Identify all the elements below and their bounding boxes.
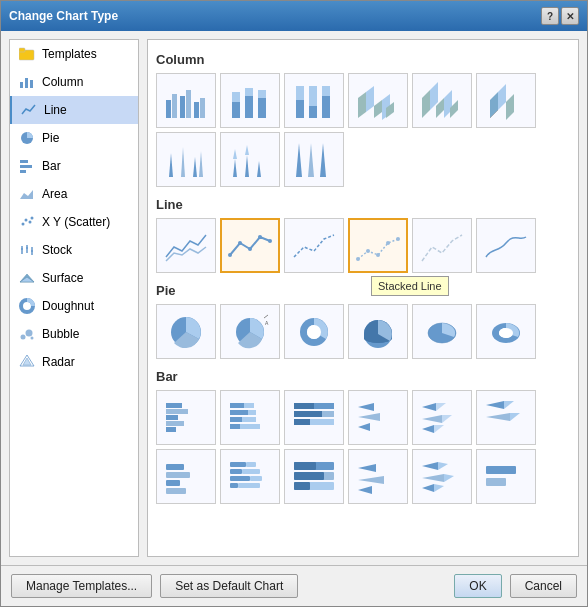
- help-button[interactable]: ?: [541, 7, 559, 25]
- sidebar-item-doughnut[interactable]: Doughnut: [10, 292, 138, 320]
- sidebar-item-radar[interactable]: Radar: [10, 348, 138, 376]
- bar-chart-3[interactable]: [284, 390, 344, 445]
- svg-marker-150: [422, 474, 444, 482]
- svg-point-78: [366, 249, 370, 253]
- bar-chart-7[interactable]: [156, 449, 216, 504]
- cancel-button[interactable]: Cancel: [510, 574, 577, 598]
- column-chart-2[interactable]: [220, 73, 280, 128]
- pie-chart-4[interactable]: [348, 304, 408, 359]
- svg-rect-4: [30, 80, 33, 88]
- bar-label: Bar: [42, 159, 61, 173]
- area-label: Area: [42, 187, 67, 201]
- line-chart-6[interactable]: [476, 218, 536, 273]
- bar-chart-10[interactable]: [348, 449, 408, 504]
- line-chart-4[interactable]: [348, 218, 408, 273]
- bar-chart-9[interactable]: [284, 449, 344, 504]
- svg-rect-36: [245, 96, 253, 118]
- svg-rect-8: [20, 170, 26, 173]
- bubble-label: Bubble: [42, 327, 79, 341]
- svg-rect-137: [230, 483, 238, 488]
- svg-marker-124: [504, 401, 514, 409]
- pie-chart-6[interactable]: [476, 304, 536, 359]
- pie-chart-3[interactable]: [284, 304, 344, 359]
- column-chart-3[interactable]: [284, 73, 344, 128]
- svg-marker-148: [422, 462, 438, 470]
- line-chart-2[interactable]: [220, 218, 280, 273]
- svg-marker-123: [486, 401, 504, 409]
- bar-chart-5[interactable]: [412, 390, 472, 445]
- bar-chart-1[interactable]: [156, 390, 216, 445]
- svg-rect-96: [166, 409, 188, 414]
- manage-templates-button[interactable]: Manage Templates...: [11, 574, 152, 598]
- svg-marker-70: [308, 143, 314, 177]
- column-chart-9[interactable]: [284, 132, 344, 187]
- svg-rect-133: [230, 469, 242, 474]
- sidebar-item-bar[interactable]: Bar: [10, 152, 138, 180]
- sidebar-item-line[interactable]: Line: [10, 96, 138, 124]
- svg-rect-33: [200, 98, 205, 118]
- column-chart-8[interactable]: [220, 132, 280, 187]
- sidebar-item-surface[interactable]: Surface: [10, 264, 138, 292]
- bar-chart-8[interactable]: [220, 449, 280, 504]
- folder-icon: [18, 45, 36, 63]
- sidebar-item-stock[interactable]: Stock: [10, 236, 138, 264]
- bar-chart-12[interactable]: [476, 449, 536, 504]
- svg-marker-152: [422, 484, 434, 492]
- sidebar-item-scatter[interactable]: X Y (Scatter): [10, 208, 138, 236]
- bar-chart-6[interactable]: [476, 390, 536, 445]
- scatter-chart-icon: [18, 213, 36, 231]
- svg-rect-98: [166, 421, 184, 426]
- bar-chart-icon: [18, 157, 36, 175]
- pie-chart-1[interactable]: [156, 304, 216, 359]
- column-section-title: Column: [156, 52, 570, 67]
- svg-rect-28: [166, 100, 171, 118]
- svg-rect-129: [166, 480, 180, 486]
- bar-chart-2[interactable]: [220, 390, 280, 445]
- change-chart-type-dialog: Change Chart Type ? ✕ Templates: [0, 0, 588, 607]
- svg-point-87: [307, 325, 321, 339]
- sidebar-item-templates[interactable]: Templates: [10, 40, 138, 68]
- svg-rect-104: [230, 417, 242, 422]
- line-chart-5[interactable]: [412, 218, 472, 273]
- svg-point-10: [22, 223, 25, 226]
- sidebar-item-area[interactable]: Area: [10, 180, 138, 208]
- sidebar-item-pie[interactable]: Pie: [10, 124, 138, 152]
- svg-marker-149: [438, 462, 448, 470]
- line-chart-3[interactable]: [284, 218, 344, 273]
- svg-rect-111: [294, 403, 314, 409]
- column-chart-6[interactable]: [476, 73, 536, 128]
- column-chart-4[interactable]: [348, 73, 408, 128]
- sidebar-item-bubble[interactable]: Bubble: [10, 320, 138, 348]
- line-chart-1[interactable]: [156, 218, 216, 273]
- pie-chart-5[interactable]: [412, 304, 472, 359]
- svg-rect-100: [230, 403, 244, 408]
- sidebar-item-column[interactable]: Column: [10, 68, 138, 96]
- bar-chart-11[interactable]: [412, 449, 472, 504]
- templates-label: Templates: [42, 47, 97, 61]
- pie-chart-icon: [18, 129, 36, 147]
- bar-chart-4[interactable]: [348, 390, 408, 445]
- svg-text:A: A: [265, 320, 269, 326]
- svg-marker-69: [296, 143, 302, 177]
- ok-button[interactable]: OK: [454, 574, 501, 598]
- close-button[interactable]: ✕: [561, 7, 579, 25]
- column-chart-5[interactable]: [412, 73, 472, 128]
- set-default-button[interactable]: Set as Default Chart: [160, 574, 298, 598]
- svg-rect-127: [166, 464, 184, 470]
- column-chart-1[interactable]: [156, 73, 216, 128]
- column-chart-7[interactable]: [156, 132, 216, 187]
- svg-point-72: [228, 253, 232, 257]
- pie-chart-2[interactable]: A: [220, 304, 280, 359]
- svg-marker-114: [358, 403, 374, 411]
- svg-marker-66: [245, 155, 249, 177]
- svg-rect-143: [294, 472, 324, 480]
- svg-marker-65: [233, 149, 237, 159]
- svg-rect-112: [294, 411, 322, 417]
- svg-marker-118: [436, 403, 446, 411]
- svg-rect-107: [240, 424, 260, 429]
- line-chart-icon: [20, 101, 38, 119]
- title-bar-buttons: ? ✕: [541, 7, 579, 25]
- svg-point-75: [258, 235, 262, 239]
- svg-point-77: [356, 257, 360, 261]
- svg-rect-39: [258, 90, 266, 98]
